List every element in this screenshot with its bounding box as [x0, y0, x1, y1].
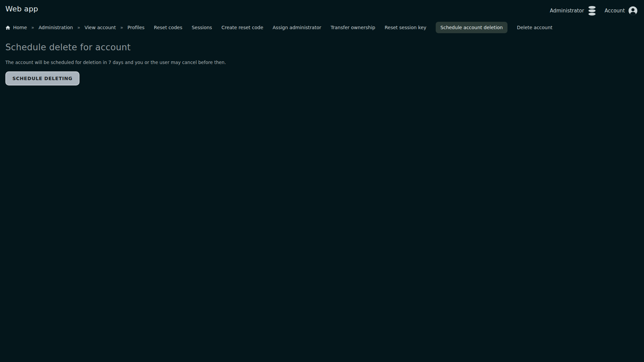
tab-delete-account[interactable]: Delete account [517, 25, 552, 30]
app-title: Web app [5, 5, 38, 13]
breadcrumb-item-label: Home [13, 25, 27, 30]
admin-menu[interactable]: Administrator [550, 6, 597, 16]
breadcrumb-separator: » [31, 25, 34, 30]
main-content: Schedule delete for account The account … [0, 34, 644, 85]
breadcrumb-separator: » [120, 25, 123, 30]
tab-create-reset-code[interactable]: Create reset code [221, 25, 263, 30]
schedule-deleting-button[interactable]: SCHEDULE DELETING [5, 71, 79, 85]
breadcrumb-item-view-account[interactable]: View account [85, 25, 116, 30]
tab-reset-codes[interactable]: Reset codes [154, 25, 182, 30]
account-avatar-icon [628, 6, 638, 16]
tab-transfer-ownership[interactable]: Transfer ownership [331, 25, 375, 30]
tab-sessions[interactable]: Sessions [192, 25, 212, 30]
breadcrumb-item-profiles[interactable]: Profiles [127, 25, 145, 30]
page-description: The account will be scheduled for deleti… [5, 60, 639, 65]
admin-menu-label: Administrator [550, 8, 584, 14]
tab-schedule-account-deletion[interactable]: Schedule account deletion [436, 22, 507, 33]
topbar-right: Administrator Account [550, 6, 638, 16]
tab-reset-session-key[interactable]: Reset session key [385, 25, 426, 30]
account-menu[interactable]: Account [604, 6, 638, 16]
breadcrumb-item-administration[interactable]: Administration [39, 25, 73, 30]
home-icon [5, 25, 10, 30]
tab-assign-administrator[interactable]: Assign administrator [273, 25, 321, 30]
account-menu-label: Account [604, 8, 625, 14]
breadcrumb: Home » Administration » View account » P… [0, 21, 644, 34]
topbar: Web app Administrator Account [0, 0, 644, 17]
breadcrumb-separator: » [77, 25, 80, 30]
database-icon [587, 6, 597, 16]
page-title: Schedule delete for account [5, 42, 639, 52]
breadcrumb-home-link[interactable]: Home [5, 25, 27, 30]
